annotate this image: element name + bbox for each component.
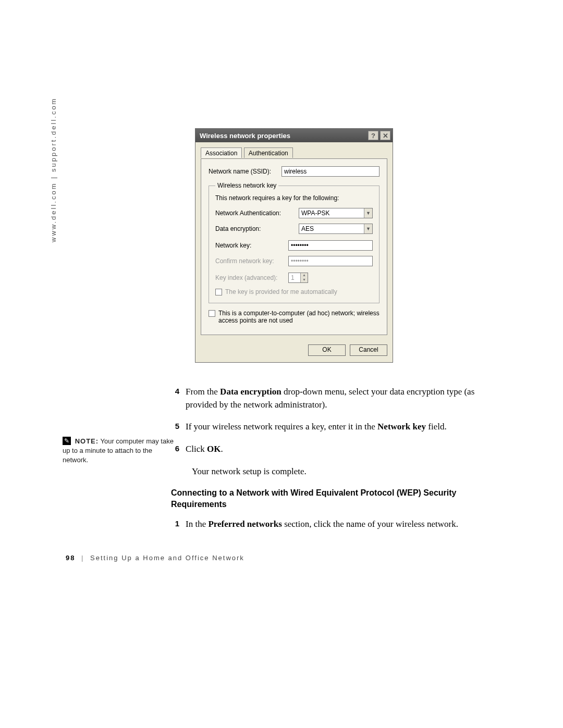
tab-association[interactable]: Association <box>201 147 242 158</box>
step-post: field. <box>426 422 447 431</box>
step-bold: OK <box>207 444 221 454</box>
page-footer: 98 | Setting Up a Home and Office Networ… <box>66 554 244 562</box>
spinner-down-icon: ▼ <box>301 278 308 282</box>
help-button[interactable]: ? <box>368 131 378 140</box>
dialog-tabs: Association Authentication <box>201 147 387 159</box>
body-column: 4 From the Data encryption drop-down men… <box>171 386 499 540</box>
ssid-input[interactable] <box>282 166 380 177</box>
step-pre: In the <box>186 519 208 529</box>
key-index-label: Key index (advanced): <box>215 274 288 281</box>
margin-url-text: www.dell.com | support.dell.com <box>50 97 57 242</box>
data-enc-value: AES <box>299 224 364 233</box>
footer-chapter: Setting Up a Home and Office Network <box>90 554 244 562</box>
close-button[interactable]: ✕ <box>380 131 390 140</box>
step-4: 4 From the Data encryption drop-down men… <box>171 386 499 411</box>
page-number: 98 <box>66 554 75 562</box>
wep-step-1: 1 In the Preferred networks section, cli… <box>171 518 499 531</box>
adhoc-label: This is a computer-to-computer (ad hoc) … <box>218 310 380 324</box>
step-post: section, click the name of your wireless… <box>282 519 458 529</box>
step-6-sub: Your network setup is complete. <box>192 465 499 478</box>
step-bold: Network key <box>377 422 426 431</box>
group-intro-text: This network requires a key for the foll… <box>215 194 373 202</box>
tab-panel-association: Network name (SSID): Wireless network ke… <box>201 158 387 335</box>
note-block: ✎ NOTE: Your computer may take up to a m… <box>63 437 175 465</box>
note-icon: ✎ <box>63 437 71 445</box>
ok-button[interactable]: OK <box>308 344 346 356</box>
net-key-input[interactable] <box>288 240 373 251</box>
step-text: In the Preferred networks section, click… <box>186 518 499 531</box>
dialog-title: Wireless network properties <box>200 132 366 140</box>
net-auth-value: WPA-PSK <box>299 208 364 218</box>
chevron-down-icon: ▼ <box>364 208 372 218</box>
footer-separator: | <box>81 554 84 562</box>
confirm-key-label: Confirm network key: <box>215 257 288 265</box>
step-pre: Click <box>186 444 207 454</box>
data-enc-label: Data encryption: <box>215 225 299 232</box>
step-text: If your wireless network requires a key,… <box>186 421 499 434</box>
net-auth-combo[interactable]: WPA-PSK ▼ <box>299 208 373 218</box>
step-pre: If your wireless network requires a key,… <box>186 422 377 431</box>
step-6: 6 Click OK. <box>171 443 499 456</box>
cancel-button[interactable]: Cancel <box>350 344 387 356</box>
auto-key-checkbox <box>215 289 222 295</box>
step-number: 4 <box>171 386 186 411</box>
key-index-value: 1 <box>289 273 300 282</box>
wep-subheading: Connecting to a Network with Wired Equiv… <box>171 487 499 510</box>
auto-key-label: The key is provided for me automatically <box>225 288 337 295</box>
note-label: NOTE: <box>75 437 99 445</box>
tab-authentication[interactable]: Authentication <box>244 147 293 158</box>
wireless-properties-dialog: Wireless network properties ? ✕ Associat… <box>195 128 393 363</box>
dialog-titlebar: Wireless network properties ? ✕ <box>195 129 393 142</box>
wireless-key-legend: Wireless network key <box>215 182 278 189</box>
net-key-label: Network key: <box>215 242 288 249</box>
spinner-up-icon: ▲ <box>301 273 308 278</box>
auto-key-check-row: The key is provided for me automatically <box>215 288 373 295</box>
step-pre: From the <box>186 387 220 397</box>
ssid-label: Network name (SSID): <box>209 168 282 175</box>
step-number: 5 <box>171 421 186 434</box>
wireless-key-group: Wireless network key This network requir… <box>209 182 380 303</box>
step-number: 6 <box>171 443 186 456</box>
step-post: . <box>221 444 223 454</box>
confirm-key-input <box>288 256 373 266</box>
step-text: Click OK. <box>186 443 499 456</box>
step-5: 5 If your wireless network requires a ke… <box>171 421 499 434</box>
data-enc-combo[interactable]: AES ▼ <box>299 224 373 234</box>
step-bold: Preferred networks <box>208 519 282 529</box>
key-index-spinner: 1 ▲▼ <box>288 273 308 283</box>
step-bold: Data encryption <box>220 387 282 397</box>
adhoc-checkbox[interactable] <box>209 310 215 317</box>
net-auth-label: Network Authentication: <box>215 209 299 217</box>
step-text: From the Data encryption drop-down menu,… <box>186 386 499 411</box>
step-number: 1 <box>171 518 186 531</box>
chevron-down-icon: ▼ <box>364 224 372 233</box>
adhoc-check-row[interactable]: This is a computer-to-computer (ad hoc) … <box>209 310 380 324</box>
